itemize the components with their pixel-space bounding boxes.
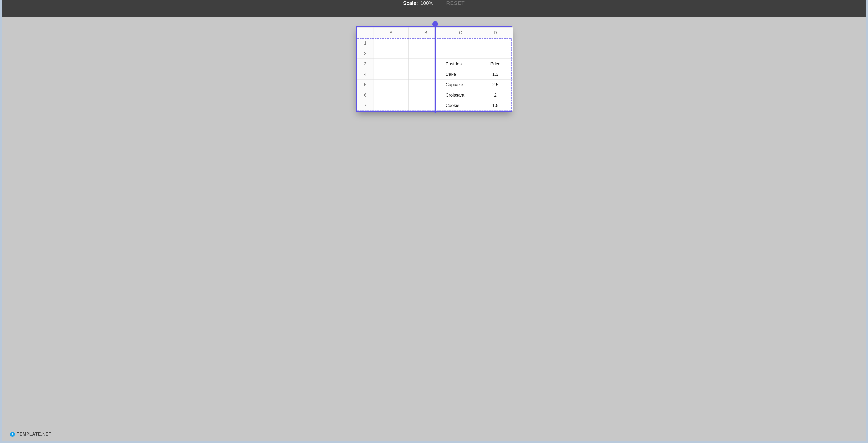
row-2: 2 — [357, 48, 513, 59]
cell-a5[interactable] — [374, 79, 408, 90]
watermark-logo-icon: T — [10, 432, 15, 437]
scale-label: Scale: — [403, 0, 418, 6]
watermark-brand-thin: .NET — [41, 432, 51, 437]
cell-d3[interactable]: Price — [478, 59, 513, 69]
cell-d1[interactable] — [478, 38, 513, 48]
watermark: T TEMPLATE.NET — [10, 432, 52, 437]
spreadsheet-object[interactable]: A B C D 1 2 — [356, 26, 512, 112]
cell-b4[interactable] — [408, 69, 443, 79]
cell-a3[interactable] — [374, 59, 408, 69]
row-6: 6 Croissant 2 — [357, 90, 513, 100]
cell-b6[interactable] — [408, 90, 443, 100]
cell-c3[interactable]: Pastries — [443, 59, 478, 69]
row-header-3[interactable]: 3 — [357, 59, 374, 69]
cell-c6[interactable]: Croissant — [443, 90, 478, 100]
cell-a1[interactable] — [374, 38, 408, 48]
cell-b2[interactable] — [408, 48, 443, 59]
row-3: 3 Pastries Price — [357, 59, 513, 69]
row-header-4[interactable]: 4 — [357, 69, 374, 79]
cell-d4[interactable]: 1.3 — [478, 69, 513, 79]
cell-d2[interactable] — [478, 48, 513, 59]
cell-b5[interactable] — [408, 79, 443, 90]
row-7: 7 Cookie 1.5 — [357, 100, 513, 111]
cell-b1[interactable] — [408, 38, 443, 48]
watermark-text: TEMPLATE.NET — [17, 432, 52, 437]
row-1: 1 — [357, 38, 513, 48]
spreadsheet-grid[interactable]: A B C D 1 2 — [357, 27, 513, 111]
cell-c2[interactable] — [443, 48, 478, 59]
watermark-brand-bold: TEMPLATE — [17, 432, 41, 437]
row-4: 4 Cake 1.3 — [357, 69, 513, 79]
spreadsheet-frame: A B C D 1 2 — [356, 26, 512, 112]
column-header-c[interactable]: C — [443, 28, 478, 38]
row-header-6[interactable]: 6 — [357, 90, 374, 100]
cell-b3[interactable] — [408, 59, 443, 69]
cell-c7[interactable]: Cookie — [443, 100, 478, 111]
cell-a4[interactable] — [374, 69, 408, 79]
row-header-1[interactable]: 1 — [357, 38, 374, 48]
cell-c4[interactable]: Cake — [443, 69, 478, 79]
cell-d6[interactable]: 2 — [478, 90, 513, 100]
cell-b7[interactable] — [408, 100, 443, 111]
column-header-a[interactable]: A — [374, 28, 408, 38]
row-header-2[interactable]: 2 — [357, 48, 374, 59]
cell-a2[interactable] — [374, 48, 408, 59]
column-header-d[interactable]: D — [478, 28, 513, 38]
column-resize-handle-icon[interactable] — [432, 21, 438, 27]
cell-c1[interactable] — [443, 38, 478, 48]
cell-d5[interactable]: 2.5 — [478, 79, 513, 90]
cell-d7[interactable]: 1.5 — [478, 100, 513, 111]
cell-a6[interactable] — [374, 90, 408, 100]
corner-cell[interactable] — [357, 28, 374, 38]
row-header-7[interactable]: 7 — [357, 100, 374, 111]
row-header-5[interactable]: 5 — [357, 79, 374, 90]
reset-button[interactable]: RESET — [446, 0, 465, 6]
editor-canvas[interactable]: A B C D 1 2 — [2, 17, 866, 441]
cell-c5[interactable]: Cupcake — [443, 79, 478, 90]
column-header-row: A B C D — [357, 28, 513, 38]
scale-value: 100% — [421, 0, 433, 6]
column-header-b[interactable]: B — [408, 28, 443, 38]
cell-a7[interactable] — [374, 100, 408, 111]
row-5: 5 Cupcake 2.5 — [357, 79, 513, 90]
top-toolbar: Scale: 100% RESET — [2, 0, 866, 17]
scale-display: Scale: 100% — [403, 0, 433, 6]
